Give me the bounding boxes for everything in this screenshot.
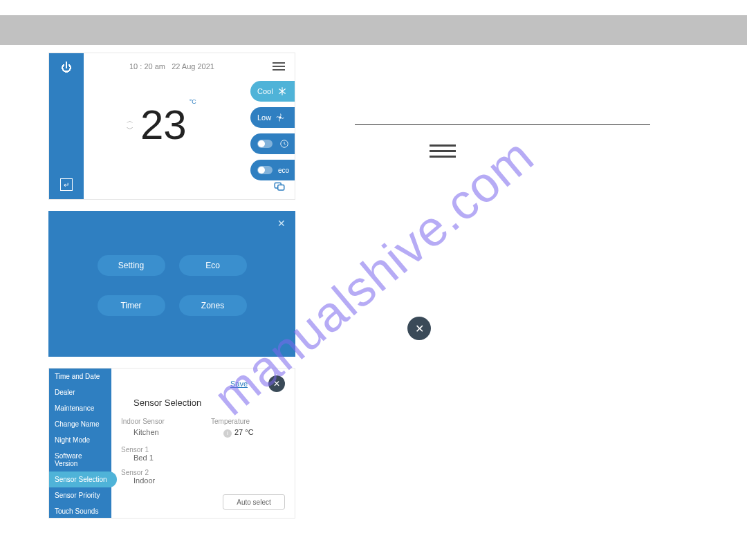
screen-title: Sensor Selection xyxy=(133,398,285,408)
home-sidebar: ⏻ ↵ xyxy=(49,53,84,199)
temperature-unit: °C xyxy=(190,98,196,105)
hamburger-icon xyxy=(430,144,650,158)
top-gray-bar xyxy=(0,15,747,45)
close-icon[interactable]: ✕ xyxy=(277,218,286,229)
sidebar-item-touch-sounds[interactable]: Touch Sounds xyxy=(49,503,111,519)
fan-icon xyxy=(275,113,285,122)
setting-button[interactable]: Setting xyxy=(98,255,165,276)
chevron-down-icon[interactable]: ﹀ xyxy=(127,125,133,133)
sidebar-item-sensor-selection[interactable]: Sensor Selection xyxy=(49,472,117,487)
fan-low-pill[interactable]: Low xyxy=(250,107,295,128)
sensor1-label: Sensor 1 xyxy=(121,446,211,454)
menu-overlay-screen: ✕ Setting Eco Timer Zones xyxy=(48,211,295,357)
settings-sidebar: Time and Date Dealer Maintenance Change … xyxy=(49,368,111,518)
clock-icon xyxy=(279,139,289,149)
indoor-sensor-value[interactable]: Kitchen xyxy=(133,428,211,436)
sidebar-item-dealer[interactable]: Dealer xyxy=(49,384,111,400)
chevron-up-icon[interactable]: ︿ xyxy=(127,117,133,125)
link-icon[interactable] xyxy=(273,180,286,192)
mode-cool-pill[interactable]: Cool xyxy=(250,81,295,102)
sensor-selection-screen: Time and Date Dealer Maintenance Change … xyxy=(48,368,295,519)
sidebar-item-change-name[interactable]: Change Name xyxy=(49,416,111,432)
eco-button[interactable]: Eco xyxy=(179,255,247,276)
thermostat-home-screen: ⏻ ↵ 10 : 20 am 22 Aug 2021 ︿ ﹀ 23 °C xyxy=(48,53,295,200)
temperature-value: 23 xyxy=(140,104,187,146)
timer-button[interactable]: Timer xyxy=(98,295,165,316)
divider xyxy=(355,124,650,125)
toggle-switch[interactable] xyxy=(257,166,273,174)
sidebar-item-night-mode[interactable]: Night Mode xyxy=(49,432,111,448)
instruction-column: ✕ xyxy=(355,124,650,340)
power-icon[interactable]: ⏻ xyxy=(61,62,72,74)
clock-time: 10 : 20 am 22 Aug 2021 xyxy=(129,62,214,71)
save-link[interactable]: Save xyxy=(230,380,248,388)
timer-toggle-pill[interactable] xyxy=(250,133,295,154)
menu-icon[interactable] xyxy=(273,60,285,73)
indoor-temp-value: i27 °C xyxy=(223,428,254,443)
close-button[interactable]: ✕ xyxy=(268,375,285,392)
svg-point-0 xyxy=(279,116,282,119)
sensor2-value[interactable]: Indoor xyxy=(133,476,285,485)
info-icon: i xyxy=(223,429,232,438)
auto-select-button[interactable]: Auto select xyxy=(223,494,285,510)
sidebar-item-maintenance[interactable]: Maintenance xyxy=(49,400,111,416)
temperature-label: Temperature xyxy=(211,418,250,425)
sidebar-item-time-date[interactable]: Time and Date xyxy=(49,368,111,384)
toggle-switch[interactable] xyxy=(257,140,273,148)
svg-rect-3 xyxy=(278,185,284,191)
zones-button[interactable]: Zones xyxy=(179,295,247,316)
sensor2-label: Sensor 2 xyxy=(121,469,211,476)
close-icon: ✕ xyxy=(407,317,431,340)
sidebar-item-software-version[interactable]: Software Version xyxy=(49,448,111,472)
temp-stepper[interactable]: ︿ ﹀ xyxy=(127,117,133,133)
snowflake-icon xyxy=(277,86,287,96)
sensor1-value[interactable]: Bed 1 xyxy=(133,454,285,462)
indoor-sensor-label: Indoor Sensor xyxy=(121,418,211,425)
zone-icon[interactable]: ↵ xyxy=(60,178,73,191)
sidebar-item-sensor-priority[interactable]: Sensor Priority xyxy=(49,487,111,503)
eco-toggle-pill[interactable]: eco xyxy=(250,160,295,180)
